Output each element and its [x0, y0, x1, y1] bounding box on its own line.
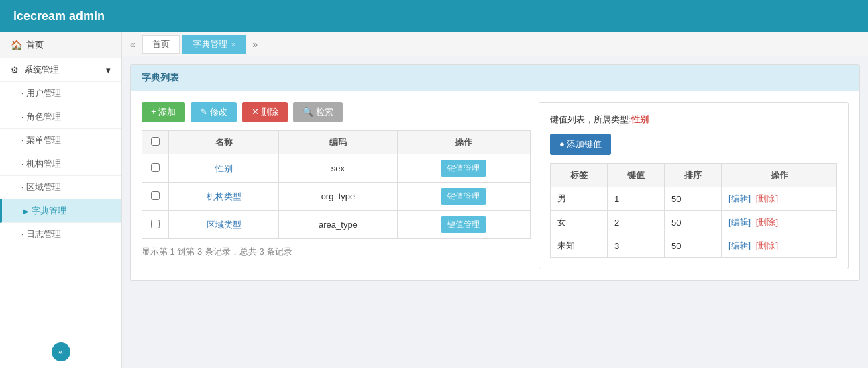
sidebar-item-user[interactable]: · 用户管理 — [0, 82, 121, 105]
detail-table-row: 女 2 50 [编辑] [删除] — [551, 211, 837, 234]
detail-panel-inner: 键值列表，所属类型:性别 ● 添加键值 标签 键值 排序 — [539, 102, 849, 269]
header: icecream admin — [0, 0, 868, 32]
sidebar-item-home[interactable]: 首页 — [0, 32, 121, 58]
detail-col-sort-header: 排序 — [665, 164, 722, 187]
home-icon — [11, 40, 22, 50]
tab-home[interactable]: 首页 — [142, 35, 180, 54]
content-area: 字典列表 + 添加 ✎ 修改 ✕ 删除 🔍 检索 — [122, 56, 868, 368]
col-checkbox-header — [142, 131, 169, 154]
col-code-header: 编码 — [279, 131, 398, 154]
app-title: icecream admin — [13, 9, 105, 24]
sidebar-item-org[interactable]: · 机构管理 — [0, 152, 121, 176]
add-key-button[interactable]: ● 添加键值 — [550, 134, 611, 155]
detail-header: 键值列表，所属类型:性别 — [550, 113, 837, 126]
delete-link[interactable]: [删除] — [756, 193, 778, 203]
row-code-cell: area_type — [279, 211, 398, 239]
sidebar-item-region-label: 区域管理 — [26, 181, 61, 193]
detail-panel: 键值列表，所属类型:性别 ● 添加键值 标签 键值 排序 — [539, 102, 849, 269]
detail-row-actions: [编辑] [删除] — [722, 234, 837, 258]
col-action-header: 操作 — [397, 131, 530, 154]
detail-col-action-header: 操作 — [722, 164, 837, 187]
panel-title: 字典列表 — [142, 72, 179, 83]
select-all-checkbox[interactable] — [151, 137, 160, 146]
tabs-next-button[interactable]: » — [247, 36, 263, 52]
sidebar-item-user-label: 用户管理 — [26, 87, 61, 99]
layout: 首页 系统管理 · 用户管理 · 角色管理 · 菜单管理 · 机构管理 · 区域… — [0, 32, 868, 368]
tabs-bar: « 首页 字典管理 × » — [122, 32, 868, 56]
sidebar-collapse-button[interactable]: « — [52, 342, 70, 361]
row-name-cell: 性别 — [169, 154, 279, 183]
sidebar-item-role[interactable]: · 角色管理 — [0, 105, 121, 129]
main-content-row: + 添加 ✎ 修改 ✕ 删除 🔍 检索 — [142, 102, 849, 269]
detail-row-label: 女 — [551, 211, 608, 234]
delete-link[interactable]: [删除] — [756, 217, 778, 227]
sidebar-item-dict-label: 字典管理 — [32, 205, 66, 217]
detail-table-row: 未知 3 50 [编辑] [删除] — [551, 234, 837, 258]
detail-row-value: 2 — [608, 211, 665, 234]
edit-link[interactable]: [编辑] — [728, 240, 751, 250]
col-name-header: 名称 — [169, 131, 279, 154]
chevron-down-icon — [106, 65, 111, 75]
row-action-cell: 键值管理 — [397, 154, 530, 183]
table-row: 机构类型 org_type 键值管理 — [142, 183, 531, 211]
sidebar-home-label: 首页 — [26, 39, 44, 51]
key-mgmt-button[interactable]: 键值管理 — [441, 216, 486, 233]
panel-header: 字典列表 — [131, 65, 859, 91]
row-checkbox-cell — [142, 211, 169, 239]
delete-button[interactable]: ✕ 删除 — [242, 102, 288, 122]
row-code-cell: org_type — [279, 183, 398, 211]
search-button[interactable]: 🔍 检索 — [293, 102, 343, 122]
sidebar-item-org-label: 机构管理 — [26, 158, 61, 170]
tab-dict-label: 字典管理 — [193, 38, 227, 50]
detail-row-sort: 50 — [665, 187, 722, 211]
detail-col-label-header: 标签 — [551, 164, 608, 187]
sidebar-item-log-label: 日志管理 — [26, 228, 61, 240]
add-button[interactable]: + 添加 — [142, 102, 185, 122]
pagination-info: 显示第 1 到第 3 条记录，总共 3 条记录 — [142, 246, 531, 258]
row-name-cell: 区域类型 — [169, 211, 279, 239]
sidebar-item-menu[interactable]: · 菜单管理 — [0, 129, 121, 152]
dict-panel: 字典列表 + 添加 ✎ 修改 ✕ 删除 🔍 检索 — [130, 64, 860, 281]
edit-button[interactable]: ✎ 修改 — [191, 102, 237, 122]
sidebar-item-log[interactable]: · 日志管理 — [0, 223, 121, 246]
row-code-cell: sex — [279, 154, 398, 183]
sidebar-section-system[interactable]: 系统管理 — [0, 58, 121, 82]
detail-row-label: 未知 — [551, 234, 608, 258]
toolbar: + 添加 ✎ 修改 ✕ 删除 🔍 检索 — [142, 102, 531, 122]
delete-link[interactable]: [删除] — [756, 240, 778, 250]
sidebar-item-role-label: 角色管理 — [26, 111, 61, 123]
tab-dict-close-icon[interactable]: × — [231, 40, 235, 48]
row-action-cell: 键值管理 — [397, 183, 530, 211]
row-checkbox[interactable] — [151, 191, 160, 200]
detail-row-sort: 50 — [665, 234, 722, 258]
sidebar-item-menu-label: 菜单管理 — [26, 134, 61, 146]
sidebar-item-dict[interactable]: ▶ 字典管理 — [0, 199, 121, 223]
sidebar: 首页 系统管理 · 用户管理 · 角色管理 · 菜单管理 · 机构管理 · 区域… — [0, 32, 122, 368]
sidebar-section-label: 系统管理 — [24, 64, 59, 76]
detail-table-row: 男 1 50 [编辑] [删除] — [551, 187, 837, 211]
row-checkbox-cell — [142, 154, 169, 183]
panel-body: + 添加 ✎ 修改 ✕ 删除 🔍 检索 — [131, 91, 859, 280]
tab-dict[interactable]: 字典管理 × — [182, 35, 246, 54]
row-checkbox-cell — [142, 183, 169, 211]
detail-col-value-header: 键值 — [608, 164, 665, 187]
detail-row-actions: [编辑] [删除] — [722, 187, 837, 211]
detail-row-actions: [编辑] [删除] — [722, 211, 837, 234]
tabs-prev-button[interactable]: « — [125, 36, 141, 52]
table-row: 区域类型 area_type 键值管理 — [142, 211, 531, 239]
key-mgmt-button[interactable]: 键值管理 — [441, 188, 486, 205]
detail-row-value: 1 — [608, 187, 665, 211]
detail-row-value: 3 — [608, 234, 665, 258]
row-checkbox[interactable] — [151, 163, 160, 172]
row-name-cell: 机构类型 — [169, 183, 279, 211]
main: « 首页 字典管理 × » 字典列表 — [122, 32, 868, 368]
key-mgmt-button[interactable]: 键值管理 — [441, 160, 486, 177]
row-action-cell: 键值管理 — [397, 211, 530, 239]
row-checkbox[interactable] — [151, 220, 160, 228]
sidebar-item-region[interactable]: · 区域管理 — [0, 176, 121, 199]
edit-link[interactable]: [编辑] — [728, 193, 751, 203]
edit-link[interactable]: [编辑] — [728, 217, 751, 227]
detail-header-prefix: 键值列表，所属类型: — [550, 114, 631, 124]
dict-table: 名称 编码 操作 性别 sex 键值管理 机构类型 — [142, 130, 531, 239]
tab-home-label: 首页 — [152, 38, 170, 50]
